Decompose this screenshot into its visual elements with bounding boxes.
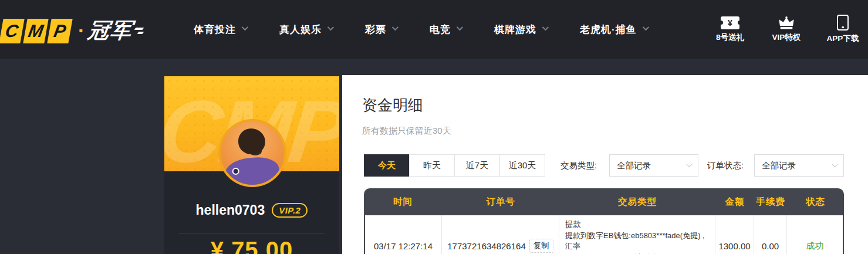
site-logo[interactable]: C M P · 冠军 <box>1 16 143 45</box>
fund-details-panel: 资金明细 所有数据只保留近30天 今天 昨天 近7天 近30天 交易类型: 全部… <box>342 75 868 254</box>
logo-letter-box: M <box>23 19 48 43</box>
chevron-down-icon <box>242 23 248 30</box>
quick-link-app-download[interactable]: APP下载 <box>822 15 864 44</box>
order-status-label: 订单状态: <box>707 154 744 177</box>
logo-letter-box: C <box>0 19 25 43</box>
phone-icon <box>837 15 849 31</box>
avatar[interactable] <box>218 119 286 187</box>
quick-link-gift[interactable]: ¥ 8号送礼 <box>709 16 751 43</box>
tab-last-7-days[interactable]: 近7天 <box>454 154 500 177</box>
chevron-down-icon <box>642 23 649 30</box>
page-title: 资金明细 <box>362 95 423 116</box>
avatar-jersey <box>224 155 281 185</box>
logo-brand-text: 冠军 <box>86 16 135 45</box>
table-row: 03/17 12:27:14 1773721634826164 复制 提款 提款… <box>365 215 843 254</box>
menu-item-lottery[interactable]: 彩票 <box>365 23 397 36</box>
quick-link-label: APP下载 <box>827 33 859 44</box>
cell-time: 03/17 12:27:14 <box>365 215 442 254</box>
crown-icon <box>778 16 795 29</box>
quick-link-label: 8号送礼 <box>716 32 744 43</box>
chevron-down-icon <box>832 160 838 167</box>
chevron-down-icon <box>457 23 463 30</box>
avatar-hair <box>238 128 265 154</box>
transactions-table: 时间 订单号 交易类型 金额 手续费 状态 03/17 12:27:14 177… <box>364 188 844 254</box>
chevron-down-icon <box>686 160 693 167</box>
user-profile-card: CMP hellen0703 VIP.2 ¥ 75.00 <box>164 76 339 254</box>
logo-speed-lines-icon <box>135 26 143 36</box>
cell-fee: 0.00 <box>754 215 787 254</box>
transaction-detail: 提款到数字EB钱包:eb5803***fade(免提) ,汇率 <box>565 231 710 253</box>
logo-dot: · <box>78 19 85 42</box>
avatar-image <box>221 121 284 185</box>
select-value: 全部记录 <box>617 160 651 171</box>
menu-item-slots-fishing[interactable]: 老虎机·捕鱼 <box>580 23 647 36</box>
main-menu: 体育投注 真人娱乐 彩票 电竞 棋牌游戏 老虎机·捕鱼 <box>194 0 647 59</box>
cell-status: 成功 <box>787 215 843 254</box>
transaction-type-label: 交易类型: <box>560 154 597 177</box>
quick-links: ¥ 8号送礼 VIP特权 APP下载 <box>709 0 864 59</box>
cell-type: 提款 提款到数字EB钱包:eb5803***fade(免提) ,汇率 =1EBD… <box>559 215 715 254</box>
transaction-type-select[interactable]: 全部记录 <box>609 154 698 177</box>
chevron-down-icon <box>542 23 549 30</box>
col-header-amount: 金额 <box>715 188 754 215</box>
table-header: 时间 订单号 交易类型 金额 手续费 状态 <box>364 188 844 215</box>
username: hellen0703 <box>196 202 265 218</box>
page-subtitle: 所有数据只保留近30天 <box>362 126 451 137</box>
cell-amount: 1300.00 <box>715 215 754 254</box>
menu-label: 电竞 <box>430 23 451 36</box>
menu-label: 真人娱乐 <box>279 23 322 36</box>
table-body: 03/17 12:27:14 1773721634826164 复制 提款 提款… <box>364 215 844 254</box>
cell-order-no: 1773721634826164 复制 <box>442 215 559 254</box>
filter-controls: 今天 昨天 近7天 近30天 交易类型: 全部记录 订单状态: 全部记录 <box>342 154 868 177</box>
col-header-time: 时间 <box>364 188 442 215</box>
transaction-type: 提款 <box>565 219 710 231</box>
quick-link-vip[interactable]: VIP特权 <box>765 16 808 43</box>
sidebar-divider <box>179 233 325 233</box>
yuan-glyph: ¥ <box>728 18 732 28</box>
chevron-down-icon <box>392 23 398 30</box>
menu-label: 棋牌游戏 <box>494 23 536 36</box>
date-range-tabs: 今天 昨天 近7天 近30天 <box>364 154 545 177</box>
gift-ticket-icon: ¥ <box>721 16 739 29</box>
top-nav: C M P · 冠军 体育投注 真人娱乐 彩票 电竞 棋牌游戏 老虎机·捕鱼 <box>0 0 868 59</box>
col-header-fee: 手续费 <box>754 188 787 215</box>
order-number: 1773721634826164 <box>447 241 525 251</box>
user-row: hellen0703 VIP.2 <box>164 201 339 219</box>
menu-label: 体育投注 <box>194 23 236 36</box>
tab-last-30-days[interactable]: 近30天 <box>499 154 545 177</box>
menu-item-board-games[interactable]: 棋牌游戏 <box>494 23 547 36</box>
menu-item-esports[interactable]: 电竞 <box>430 23 461 36</box>
logo-letter-box: P <box>47 19 72 43</box>
menu-item-sports[interactable]: 体育投注 <box>194 23 246 36</box>
menu-label: 老虎机·捕鱼 <box>580 23 637 36</box>
col-header-status: 状态 <box>787 188 844 215</box>
tab-today[interactable]: 今天 <box>364 154 410 177</box>
quick-link-label: VIP特权 <box>772 32 801 43</box>
col-header-order-no: 订单号 <box>442 188 559 215</box>
menu-label: 彩票 <box>365 23 386 36</box>
menu-item-live-casino[interactable]: 真人娱乐 <box>279 23 332 36</box>
balance-amount: ¥ 75.00 <box>164 237 339 254</box>
order-status-select[interactable]: 全部记录 <box>754 154 844 177</box>
col-header-type: 交易类型 <box>559 188 715 215</box>
vip-badge: VIP.2 <box>272 203 308 218</box>
select-value: 全部记录 <box>762 160 796 171</box>
chevron-down-icon <box>327 23 334 30</box>
tab-yesterday[interactable]: 昨天 <box>409 154 455 177</box>
copy-button[interactable]: 复制 <box>529 239 553 253</box>
